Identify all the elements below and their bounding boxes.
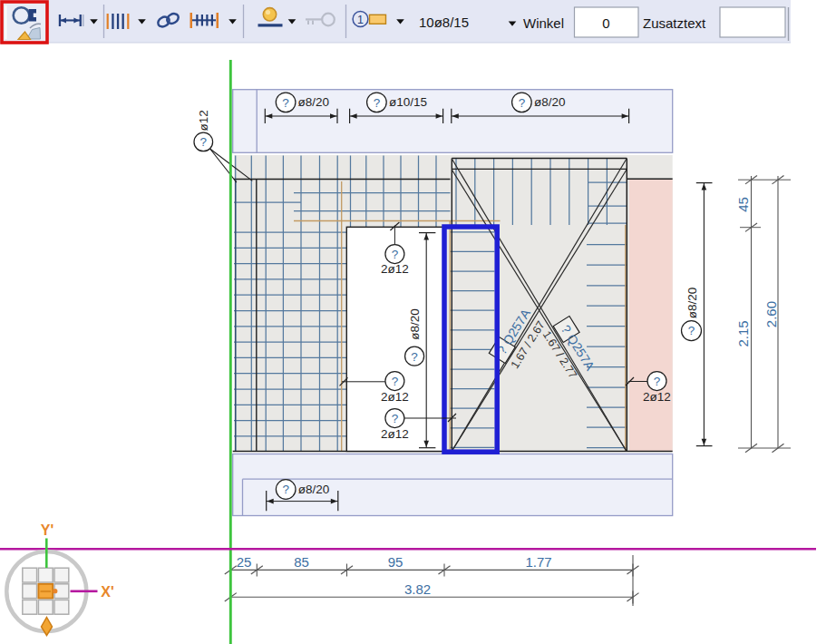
svg-text:2ø12: 2ø12: [643, 390, 671, 404]
svg-text:25: 25: [237, 554, 252, 570]
svg-text:?: ?: [519, 96, 526, 110]
svg-text:Winkel: Winkel: [523, 15, 564, 31]
svg-text:ø8/20: ø8/20: [298, 95, 330, 109]
svg-text:?: ?: [392, 375, 399, 388]
svg-text:?: ?: [374, 96, 381, 110]
svg-text:Zusatztext: Zusatztext: [643, 15, 706, 31]
svg-text:45: 45: [735, 197, 751, 212]
svg-text:ø8/20: ø8/20: [408, 308, 422, 340]
svg-text:?: ?: [200, 135, 208, 149]
svg-text:ø8/20: ø8/20: [534, 95, 566, 109]
svg-text:ø12: ø12: [197, 110, 210, 131]
svg-text:1.77: 1.77: [525, 554, 551, 570]
svg-text:?: ?: [411, 350, 418, 364]
svg-text:3.82: 3.82: [404, 581, 431, 597]
svg-text:0: 0: [602, 15, 609, 31]
svg-text:2.15: 2.15: [735, 320, 751, 346]
svg-text:?: ?: [654, 375, 661, 388]
svg-text:2ø12: 2ø12: [381, 390, 409, 404]
svg-text:?: ?: [282, 96, 289, 110]
svg-text:X': X': [101, 584, 113, 600]
svg-text:ø8/20: ø8/20: [685, 288, 699, 319]
svg-text:?: ?: [392, 412, 399, 425]
svg-text:95: 95: [388, 554, 403, 570]
svg-text:?: ?: [392, 248, 399, 261]
svg-text:?: ?: [282, 483, 289, 496]
svg-text:85: 85: [294, 554, 309, 570]
svg-text:1: 1: [357, 14, 364, 26]
svg-text:10ø8/15: 10ø8/15: [419, 15, 469, 30]
svg-text:2ø12: 2ø12: [381, 262, 409, 276]
svg-text:ø8/20: ø8/20: [298, 483, 330, 496]
svg-text:ø10/15: ø10/15: [389, 95, 427, 109]
svg-text:?: ?: [688, 324, 695, 337]
svg-text:2.60: 2.60: [763, 301, 779, 327]
svg-text:2ø12: 2ø12: [381, 427, 409, 441]
svg-text:Y': Y': [41, 522, 53, 538]
